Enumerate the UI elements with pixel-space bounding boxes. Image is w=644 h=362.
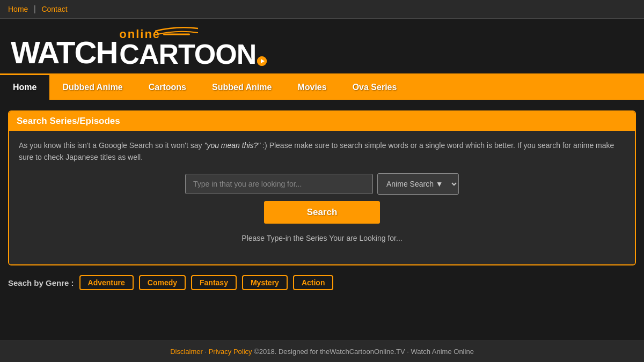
footer-disclaimer-link[interactable]: Disclaimer bbox=[170, 348, 203, 356]
footer-sep1: · bbox=[204, 348, 208, 356]
search-description: As you know this isn't a Gooogle Search … bbox=[19, 139, 625, 164]
nav-link-home[interactable]: Home bbox=[0, 75, 49, 100]
search-form: Anime Search ▼ Cartoon Search Movie Sear… bbox=[19, 173, 625, 254]
main-nav: Home Dubbed Anime Cartoons Subbed Anime … bbox=[0, 75, 644, 100]
logo-watch-text: WATCH bbox=[11, 37, 117, 68]
nav-item-movies[interactable]: Movies bbox=[284, 75, 339, 100]
search-desc-italic: "you mean this?" bbox=[204, 141, 260, 150]
logo-play-dot bbox=[257, 56, 267, 66]
nav-link-cartoons[interactable]: Cartoons bbox=[136, 75, 199, 100]
nav-link-movies[interactable]: Movies bbox=[284, 75, 339, 100]
main-content: Search Series/Episodes As you know this … bbox=[0, 100, 644, 301]
footer-copyright: ©2018. Designed for theWatchCartoonOnlin… bbox=[254, 348, 474, 356]
nav-item-ova-series[interactable]: Ova Series bbox=[340, 75, 410, 100]
search-type-dropdown[interactable]: Anime Search ▼ Cartoon Search Movie Sear… bbox=[377, 173, 459, 195]
genre-adventure[interactable]: Adventure bbox=[79, 275, 134, 290]
top-bar-contact-link[interactable]: Contact bbox=[41, 5, 67, 13]
search-button[interactable]: Search bbox=[264, 201, 380, 224]
search-input[interactable] bbox=[185, 174, 373, 194]
search-desc-text1: As you know this isn't a Gooogle Search … bbox=[19, 141, 204, 150]
footer-privacy-link[interactable]: Privacy Policy bbox=[209, 348, 252, 356]
search-box-body: As you know this isn't a Gooogle Search … bbox=[9, 131, 635, 264]
logo-cartoon-text: CARTOON bbox=[119, 40, 256, 68]
genre-comedy[interactable]: Comedy bbox=[139, 275, 186, 290]
logo-online-wrapper: online bbox=[119, 28, 160, 40]
logo-cartoon-row: CARTOON bbox=[119, 40, 267, 68]
top-bar-separator: | bbox=[34, 4, 36, 13]
genre-action[interactable]: Action bbox=[293, 275, 334, 290]
nav-item-dubbed-anime[interactable]: Dubbed Anime bbox=[49, 75, 135, 100]
genre-bar: Seach by Genre : Adventure Comedy Fantas… bbox=[8, 275, 636, 290]
logo-online-text: online bbox=[119, 27, 160, 41]
logo-area: WATCH online CARTOON bbox=[0, 19, 644, 75]
genre-fantasy[interactable]: Fantasy bbox=[191, 275, 237, 290]
nav-link-ova-series[interactable]: Ova Series bbox=[340, 75, 410, 100]
search-box-title: Search Series/Episodes bbox=[9, 112, 635, 131]
nav-link-dubbed-anime[interactable]: Dubbed Anime bbox=[49, 75, 135, 100]
search-series-box: Search Series/Episodes As you know this … bbox=[8, 110, 636, 265]
top-bar-home-link[interactable]: Home bbox=[8, 5, 28, 13]
logo-online-cartoon: online CARTOON bbox=[119, 28, 267, 68]
logo: WATCH online CARTOON bbox=[11, 28, 633, 68]
nav-item-cartoons[interactable]: Cartoons bbox=[136, 75, 199, 100]
genre-label: Seach by Genre : bbox=[8, 278, 74, 287]
nav-item-subbed-anime[interactable]: Subbed Anime bbox=[199, 75, 284, 100]
logo-swoosh-icon bbox=[155, 23, 198, 39]
top-bar: Home | Contact bbox=[0, 0, 644, 19]
search-row: Anime Search ▼ Cartoon Search Movie Sear… bbox=[185, 173, 459, 195]
nav-list: Home Dubbed Anime Cartoons Subbed Anime … bbox=[0, 75, 644, 100]
genre-mystery[interactable]: Mystery bbox=[242, 275, 288, 290]
nav-item-home[interactable]: Home bbox=[0, 75, 49, 100]
search-hint: Please Type-in the Series Your are Looki… bbox=[241, 232, 402, 244]
footer: Disclaimer · Privacy Policy ©2018. Desig… bbox=[0, 341, 644, 362]
nav-link-subbed-anime[interactable]: Subbed Anime bbox=[199, 75, 284, 100]
